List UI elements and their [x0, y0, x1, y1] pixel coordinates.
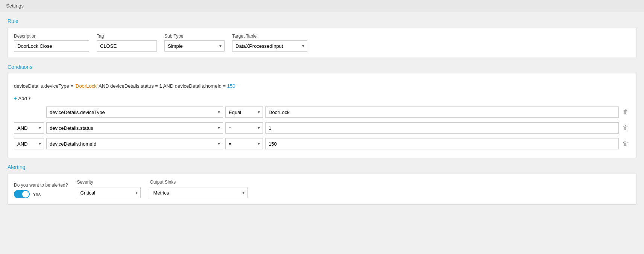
cond-field-3: deviceDetails.deviceType deviceDetails.s… [46, 138, 223, 149]
cond-op-3: = != > < [225, 138, 263, 149]
alerted-group: Do you want to be alerted? Yes [14, 183, 68, 198]
expr-number1: 150 [227, 83, 235, 89]
field-select-wrapper-3: deviceDetails.deviceType deviceDetails.s… [46, 138, 223, 149]
cond-field-2: deviceDetails.deviceType deviceDetails.s… [46, 122, 223, 134]
connector-select-wrapper-2: AND OR [14, 122, 44, 134]
add-label: Add [18, 96, 27, 101]
condition-row-3: AND OR deviceDetails.deviceType deviceDe… [14, 138, 630, 149]
target-group: Target Table DataXProcessedInput DataXRa… [232, 33, 307, 52]
subtype-label: Sub Type [164, 33, 225, 39]
conditions-card: deviceDetails.deviceType = 'DoorLock' AN… [8, 73, 636, 158]
chevron-down-icon: ▾ [29, 96, 31, 101]
field-select-1[interactable]: deviceDetails.deviceType deviceDetails.s… [46, 106, 223, 118]
alerting-card: Do you want to be alerted? Yes Severity … [8, 173, 636, 205]
cond-op-2: = != > < [225, 122, 263, 134]
target-select-wrapper: DataXProcessedInput DataXRawInput [232, 40, 307, 52]
cond-value-2 [265, 122, 619, 134]
expr-part3: deviceDetails.homeId = [175, 83, 227, 89]
expr-part2: deviceDetails.status = 1 [110, 83, 162, 89]
expr-and2: AND [162, 83, 175, 89]
conditions-rows: deviceDetails.deviceType deviceDetails.s… [14, 106, 630, 152]
toggle-container: Yes [14, 190, 68, 198]
cond-op-1: Equal NotEqual Contains [225, 106, 263, 118]
output-select-wrapper: Metrics EventHub CosmosDB [150, 187, 248, 198]
severity-group: Severity Critical High Medium Low [77, 179, 141, 198]
toggle-yes-label: Yes [33, 192, 41, 197]
value-input-2[interactable] [265, 122, 619, 134]
delete-condition-2[interactable]: 🗑 [621, 125, 630, 131]
condition-row-1: deviceDetails.deviceType deviceDetails.s… [14, 106, 630, 118]
expr-part1: deviceDetails.deviceType = [14, 83, 75, 89]
op-select-3[interactable]: = != > < [225, 138, 263, 149]
field-select-wrapper-2: deviceDetails.deviceType deviceDetails.s… [46, 122, 223, 134]
description-group: Description [14, 33, 89, 52]
connector-select-wrapper-3: AND OR [14, 138, 44, 149]
subtype-select-wrapper: Simple Complex [164, 40, 225, 52]
cond-value-3 [265, 138, 619, 149]
alerting-row: Do you want to be alerted? Yes Severity … [14, 179, 630, 198]
delete-condition-1[interactable]: 🗑 [621, 109, 630, 116]
subtype-select[interactable]: Simple Complex [164, 40, 225, 52]
description-input[interactable] [14, 40, 89, 52]
expr-and1: AND [97, 83, 110, 89]
condition-row-2: AND OR deviceDetails.deviceType deviceDe… [14, 122, 630, 134]
cond-value-1 [265, 106, 619, 118]
delete-condition-3[interactable]: 🗑 [621, 140, 630, 147]
expr-string1: 'DoorLock' [75, 83, 98, 89]
op-select-1[interactable]: Equal NotEqual Contains [225, 106, 263, 118]
op-select-wrapper-2: = != > < [225, 122, 263, 134]
toggle-slider [14, 190, 30, 198]
subtype-group: Sub Type Simple Complex [164, 33, 225, 52]
field-select-wrapper-1: deviceDetails.deviceType deviceDetails.s… [46, 106, 223, 118]
value-input-1[interactable] [265, 106, 619, 118]
cond-connector-2: AND OR [14, 122, 44, 134]
field-select-3[interactable]: deviceDetails.deviceType deviceDetails.s… [46, 138, 223, 149]
output-select[interactable]: Metrics EventHub CosmosDB [150, 187, 248, 198]
rule-form-row: Description Tag Sub Type Simple Complex … [14, 33, 630, 52]
page-title: Settings [0, 0, 644, 12]
severity-select[interactable]: Critical High Medium Low [77, 187, 141, 198]
toggle-switch[interactable] [14, 190, 30, 198]
output-group: Output Sinks Metrics EventHub CosmosDB [150, 179, 248, 198]
description-label: Description [14, 33, 89, 39]
op-select-2[interactable]: = != > < [225, 122, 263, 134]
op-select-wrapper-1: Equal NotEqual Contains [225, 106, 263, 118]
target-label: Target Table [232, 33, 307, 39]
conditions-section-title: Conditions [8, 64, 636, 70]
plus-icon: + [14, 96, 17, 101]
target-select[interactable]: DataXProcessedInput DataXRawInput [232, 40, 307, 52]
severity-select-wrapper: Critical High Medium Low [77, 187, 141, 198]
add-condition-button[interactable]: + Add ▾ [14, 94, 31, 103]
value-input-3[interactable] [265, 138, 619, 149]
output-label: Output Sinks [150, 179, 248, 185]
tag-label: Tag [97, 33, 157, 39]
field-select-2[interactable]: deviceDetails.deviceType deviceDetails.s… [46, 122, 223, 134]
alerted-label: Do you want to be alerted? [14, 183, 68, 188]
tag-input[interactable] [97, 40, 157, 52]
condition-expression: deviceDetails.deviceType = 'DoorLock' AN… [14, 79, 630, 91]
rule-card: Description Tag Sub Type Simple Complex … [8, 27, 636, 58]
cond-connector-3: AND OR [14, 138, 44, 149]
connector-select-3[interactable]: AND OR [14, 138, 44, 149]
connector-select-2[interactable]: AND OR [14, 122, 44, 134]
tag-group: Tag [97, 33, 157, 52]
op-select-wrapper-3: = != > < [225, 138, 263, 149]
rule-section-title: Rule [8, 18, 636, 24]
alerting-section-title: Alerting [8, 164, 636, 170]
cond-field-1: deviceDetails.deviceType deviceDetails.s… [46, 106, 223, 118]
severity-label: Severity [77, 179, 141, 185]
